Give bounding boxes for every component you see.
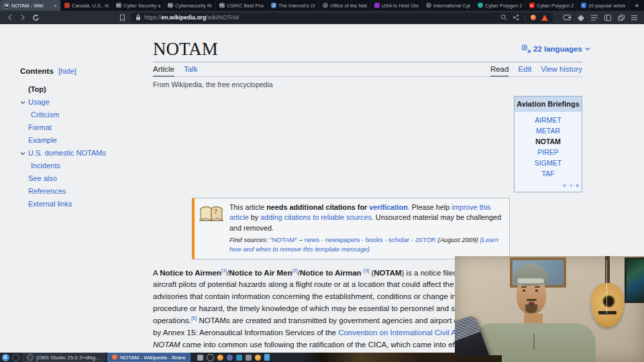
open-book-icon: ?: [199, 204, 224, 225]
chevron-down-icon[interactable]: [20, 151, 25, 156]
display-icon[interactable]: [236, 355, 242, 361]
inline-link[interactable]: newspapers: [325, 236, 360, 243]
firefox-icon[interactable]: [217, 355, 223, 361]
lock-icon: [136, 14, 141, 21]
tab-cyber-polygon-1[interactable]: Cyber Polygon 2: [474, 0, 526, 11]
tab-office-nat[interactable]: Office of the Nati: [319, 0, 371, 11]
extension-badge-icon[interactable]: [531, 15, 536, 20]
menu-icon[interactable]: [631, 15, 637, 20]
tab-close-icon[interactable]: ×: [54, 3, 57, 9]
tab-article[interactable]: Article: [153, 65, 174, 76]
tab-20-popular[interactable]: I 20 popular wirele: [578, 0, 629, 11]
text-segment: This article: [229, 203, 266, 211]
notice-find-sources: Find sources: "NOTAM" – news · newspaper…: [229, 235, 504, 255]
media-icon[interactable]: [255, 355, 261, 361]
tab-cyber-security[interactable]: FC Cyber Security an: [113, 0, 164, 11]
address-bar[interactable]: https://en.wikipedia.org/wiki/NOTAM: [131, 13, 553, 23]
beard: [525, 304, 537, 313]
title-divider: [153, 62, 582, 62]
inline-link[interactable]: news: [305, 236, 319, 243]
link-pirep[interactable]: PIREP: [515, 147, 582, 158]
screen: W NOTAM - Wiki × Canada, U.S., hit FC Cy…: [0, 0, 644, 362]
tab-cyber-polygon-2[interactable]: ▸ Cyber Polygon 2: [526, 0, 578, 11]
inline-link[interactable]: scholar: [388, 236, 409, 243]
mustache: [527, 299, 537, 301]
show-desktop-icon[interactable]: [12, 354, 19, 361]
toc-item-references[interactable]: References: [20, 185, 144, 198]
notes-icon[interactable]: [264, 354, 270, 361]
tab-csric[interactable]: FC CSRIC Best Practi: [216, 0, 268, 11]
toc-item-top[interactable]: (Top): [20, 83, 144, 96]
current-notam: NOTAM: [515, 136, 582, 147]
back-icon[interactable]: [7, 14, 13, 21]
tab-usa-host[interactable]: USA to Host Glob: [371, 0, 423, 11]
inline-link[interactable]: JSTOR: [415, 236, 436, 243]
text-segment: [2]: [292, 267, 298, 274]
taskbar-window-brave[interactable]: NOTAM - Wikipedia - Brave: [107, 353, 191, 362]
tab-talk[interactable]: Talk: [184, 65, 197, 76]
text-segment: Notice to Air Men: [229, 269, 292, 277]
reload-icon[interactable]: [32, 14, 40, 21]
tab-read[interactable]: Read: [490, 65, 509, 76]
link-airmet[interactable]: AIRMET: [515, 115, 582, 125]
browser-tab-bar: W NOTAM - Wiki × Canada, U.S., hit FC Cy…: [0, 0, 644, 11]
aviation-briefings-box: Aviation Briefings AIRMET METAR NOTAM PI…: [514, 96, 582, 192]
tab-internets-ov[interactable]: 2 The Internet's Ov: [268, 0, 319, 11]
sidebar-icon[interactable]: [604, 15, 611, 21]
toc-item-example[interactable]: Example: [20, 134, 144, 147]
fcc-favicon: FC: [219, 3, 225, 8]
forward-icon[interactable]: [19, 14, 26, 21]
masks2-icon[interactable]: [246, 355, 252, 361]
text-segment: Notice to Airman: [300, 269, 362, 277]
tab-cybersecurity-ro[interactable]: FC Cybersecurity Ro: [164, 0, 216, 11]
toc-item-format[interactable]: Format: [20, 121, 144, 134]
tab-international-cyb[interactable]: International Cyb: [423, 0, 474, 11]
taskbar-window-obs[interactable]: [OBS Studio 25.0.3+dfsg...: [22, 353, 105, 362]
link-sigmet[interactable]: SIGMET: [515, 158, 582, 168]
new-tab-button[interactable]: +: [629, 0, 644, 11]
share-icon[interactable]: [513, 14, 519, 21]
toc-item-us-domestic[interactable]: U.S. domestic NOTAMs: [20, 147, 144, 160]
chevron-down-icon[interactable]: [20, 100, 25, 105]
citations-needed-notice: ? This article needs additional citation…: [192, 198, 510, 259]
tab-canada-us[interactable]: Canada, U.S., hit: [61, 0, 113, 11]
vte-links[interactable]: v · t · e: [515, 180, 582, 192]
toc-item-see-also[interactable]: See also: [20, 172, 144, 185]
language-selector[interactable]: A 22 languages: [522, 45, 590, 53]
wallet-icon[interactable]: [564, 14, 571, 21]
start-menu-icon[interactable]: [2, 354, 9, 361]
link-metar[interactable]: METAR: [515, 125, 582, 136]
chevron-down-icon: [585, 46, 590, 52]
inline-link[interactable]: adding citations to reliable sources: [260, 213, 372, 221]
toc-item-criticism[interactable]: Criticism: [20, 109, 144, 121]
bookmark-icon[interactable]: [119, 14, 125, 21]
tab-notam[interactable]: W NOTAM - Wiki ×: [0, 0, 61, 11]
blue-i-favicon: I: [581, 3, 586, 8]
tab-view-history[interactable]: View history: [541, 65, 582, 76]
fcc-favicon: FC: [168, 3, 173, 8]
toc-item-incidents[interactable]: Incidents: [20, 160, 144, 172]
notice-text: This article needs additional citations …: [229, 202, 504, 234]
toc-item-usage[interactable]: Usage: [20, 96, 144, 109]
obs-tray-icon[interactable]: [207, 354, 214, 361]
brave-shield-icon[interactable]: [541, 15, 548, 21]
tabs-divider: [153, 76, 582, 77]
aviation-briefings-title: Aviation Briefings: [515, 97, 582, 112]
toc-hide-link[interactable]: [hide]: [58, 67, 76, 75]
zoom-icon[interactable]: [500, 14, 507, 21]
tabs-icon[interactable]: [618, 15, 625, 21]
link-taf[interactable]: TAF: [515, 168, 582, 179]
tab-edit[interactable]: Edit: [518, 65, 531, 76]
inline-link[interactable]: books: [366, 236, 383, 243]
list-icon[interactable]: [591, 15, 598, 21]
text-segment: ·: [360, 236, 366, 243]
headphones-icon[interactable]: [227, 355, 233, 361]
inline-link[interactable]: "NOTAM": [270, 236, 297, 243]
masks-icon[interactable]: [197, 355, 203, 361]
globe-favicon: [426, 3, 431, 8]
extensions-icon[interactable]: [578, 14, 584, 21]
url-text: https://en.wikipedia.org/wiki/NOTAM: [144, 14, 239, 21]
inline-link[interactable]: verification: [369, 203, 408, 211]
toc-item-external-links[interactable]: External links: [20, 198, 144, 210]
wikipedia-favicon: W: [3, 3, 9, 9]
